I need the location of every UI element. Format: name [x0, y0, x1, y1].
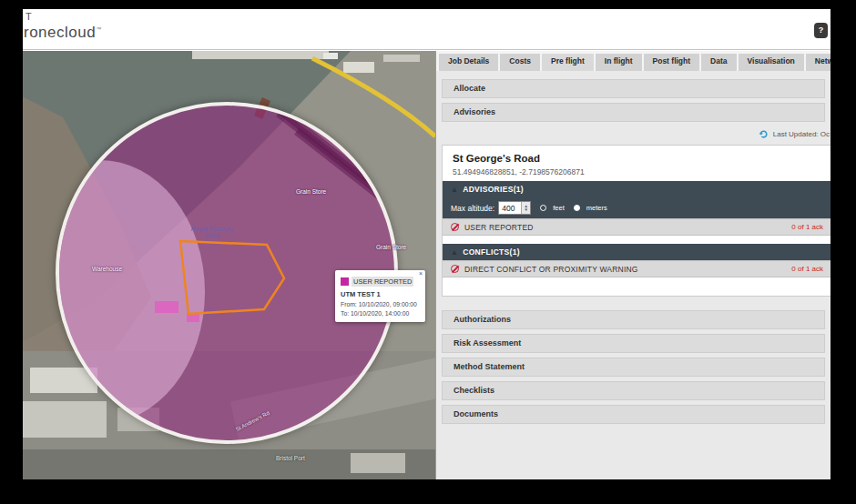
tooltip-advisory-name: UTM TEST 1 [341, 290, 420, 298]
tab-job-details[interactable]: Job Details [439, 54, 498, 71]
advisory-ack-count: 0 of 1 ack [791, 223, 823, 231]
logo-trademark: ™ [96, 26, 102, 32]
tab-network[interactable]: Network [806, 54, 831, 71]
tab-visualisation[interactable]: Visualisation [739, 54, 804, 71]
map-building-pink [187, 313, 199, 322]
map-building [351, 453, 405, 473]
accordion-method-statement[interactable]: Method Statement [442, 358, 825, 377]
preflight-panel: Job Details Costs Pre flight In flight P… [435, 51, 831, 479]
stepper-icon[interactable]: ▲▼ [521, 202, 530, 214]
map-building-pink [155, 301, 178, 313]
prohibition-icon [451, 223, 459, 231]
map-dock-quay [192, 51, 329, 59]
warning-triangle-icon: ▲ [451, 186, 458, 194]
tab-data[interactable]: Data [701, 54, 736, 71]
accordion-risk-assessment[interactable]: Risk Assessment [442, 334, 825, 353]
max-altitude-input[interactable] [499, 202, 521, 214]
tooltip-to: To: 10/10/2020, 14:00:00 [341, 310, 420, 317]
tab-costs[interactable]: Costs [500, 54, 540, 71]
map-dock-quay [383, 55, 420, 62]
map-label-grain-store-1: Grain Store [296, 188, 326, 195]
accordion-checklists[interactable]: Checklists [442, 381, 825, 400]
advisories-card: St George's Road 51.494946828851, -2.719… [442, 145, 831, 297]
conflict-row-label: DIRECT CONFLICT OR PROXIMITY WARNING [464, 265, 638, 274]
close-icon[interactable]: × [419, 270, 423, 277]
conflicts-header: CONFLICTS(1) [463, 247, 520, 257]
max-altitude-row: Max altitude: ▲▼ feet meters [443, 197, 831, 218]
app-window: T ronecloud™ ? [23, 9, 831, 479]
warning-triangle-icon: ▲ [451, 248, 458, 257]
map-canvas[interactable]: Royal Portbury Dock Warehouse Grain Stor… [23, 51, 435, 479]
advisories-section: ▲ ADVISORIES(1) Max altitude: ▲▼ feet me… [443, 181, 831, 218]
conflict-ack-count: 0 of 1 ack [791, 265, 823, 273]
app-header: T ronecloud™ ? [23, 9, 831, 50]
logo-text: ronecloud [24, 24, 96, 41]
tab-in-flight[interactable]: In flight [596, 54, 642, 71]
refresh-icon[interactable] [759, 129, 769, 139]
screenshot-stage: T ronecloud™ ? [0, 0, 856, 504]
last-updated-row: Last Updated: Oc [436, 125, 831, 143]
map-warehouse-roof [23, 401, 107, 438]
accordion-documents[interactable]: Documents [442, 405, 825, 424]
accordion-allocate[interactable]: Allocate [442, 79, 825, 98]
map-dock-stripe [294, 128, 398, 218]
tooltip-title: USER REPORTED [352, 277, 413, 287]
max-altitude-field: ▲▼ [498, 201, 531, 215]
conflict-row[interactable]: DIRECT CONFLICT OR PROXIMITY WARNING 0 o… [443, 260, 831, 277]
map-label-grain-store-2: Grain Store [376, 244, 406, 250]
conflicts-section: ▲ CONFLICTS(1) [443, 244, 831, 260]
accordion-authorizations[interactable]: Authorizations [442, 310, 825, 329]
meters-radio[interactable] [574, 205, 580, 211]
meters-label: meters [586, 204, 607, 212]
tab-bar: Job Details Costs Pre flight In flight P… [436, 51, 831, 71]
advisory-row-label: USER REPORTED [464, 223, 534, 232]
last-updated-text: Last Updated: Oc [773, 130, 830, 138]
map-boat [323, 53, 338, 59]
advisories-header: ADVISORIES(1) [463, 185, 524, 194]
map-label-dock: Royal Portbury Dock [187, 226, 238, 238]
tab-pre-flight[interactable]: Pre flight [542, 54, 594, 71]
max-altitude-label: Max altitude: [451, 204, 494, 213]
map-dock-building [343, 62, 374, 73]
advisory-color-swatch [341, 277, 349, 286]
advisory-user-reported-row[interactable]: USER REPORTED 0 of 1 ack [443, 218, 831, 236]
feet-radio[interactable] [540, 205, 546, 211]
map-label-warehouse: Warehouse [92, 266, 122, 272]
accordion-advisories[interactable]: Advisories [442, 103, 825, 122]
site-coordinates: 51.494946828851, -2.7198576206871 [453, 167, 821, 176]
help-icon[interactable]: ? [814, 23, 828, 38]
map-label-bristol-port: Bristol Port [276, 455, 305, 461]
site-title: St George's Road [453, 153, 821, 164]
logo-fragment: T [25, 11, 32, 22]
tooltip-from: From: 10/10/2020, 09:00:00 [341, 301, 420, 307]
map-tooltip: × USER REPORTED UTM TEST 1 From: 10/10/2… [335, 270, 425, 322]
tab-post-flight[interactable]: Post flight [644, 54, 700, 71]
feet-label: feet [553, 204, 565, 212]
prohibition-icon [451, 265, 459, 273]
dronecloud-logo: ronecloud™ [24, 24, 102, 42]
